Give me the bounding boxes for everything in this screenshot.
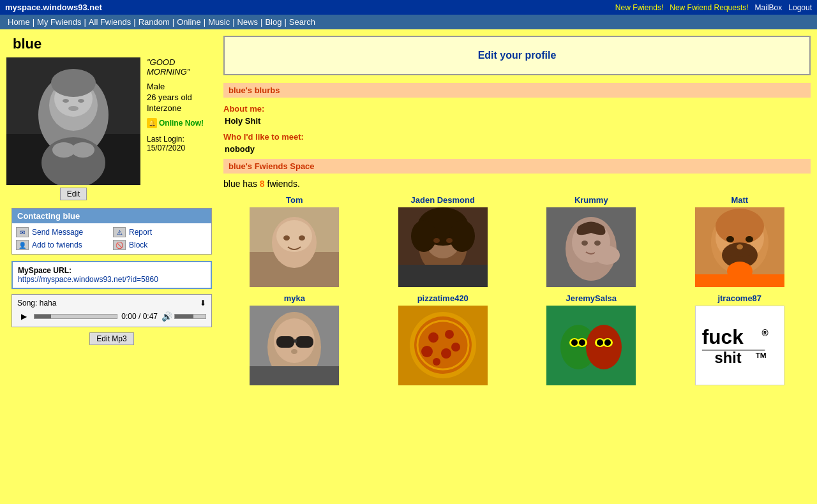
song-name: haha [40, 299, 57, 308]
nav-search[interactable]: Search [287, 17, 318, 27]
svg-point-67 [571, 339, 578, 346]
progress-fill [34, 315, 51, 318]
send-message-label: Send Message [32, 228, 83, 237]
svg-point-57 [421, 346, 433, 357]
topbar-actions: New Fwiends! New Fwiend Requests! MailBo… [615, 3, 812, 12]
fwiends-header: blue's Fwiends Space [223, 159, 811, 174]
svg-point-15 [276, 220, 312, 252]
svg-text:fuck: fuck [702, 325, 744, 348]
volume-bar[interactable] [174, 314, 206, 319]
mailbox-link[interactable]: MailBox [755, 3, 783, 12]
time-total: 0:47 [143, 312, 158, 321]
svg-point-59 [451, 343, 460, 352]
svg-point-17 [299, 235, 305, 241]
contacting-header: Contacting blue [12, 209, 211, 223]
block-icon: 🚫 [113, 240, 126, 250]
fwiend-pic-jtracome: fuck ® shit TM [695, 306, 784, 385]
navbar: Home| My Fwiends| All Fwiends| Random| O… [0, 15, 817, 29]
svg-point-71 [597, 339, 603, 346]
fwiend-name-jaden[interactable]: Jaden Desmond [411, 195, 475, 205]
svg-point-36 [716, 209, 764, 244]
svg-point-8 [68, 106, 79, 111]
svg-rect-43 [695, 274, 784, 287]
add-fwiends-item[interactable]: 👤 Add to fwiends [16, 240, 110, 250]
svg-point-50 [291, 349, 297, 354]
block-item[interactable]: 🚫 Block [113, 240, 207, 250]
logout-link[interactable]: Logout [788, 3, 812, 12]
new-fwiend-requests-link[interactable]: New Fwiend Requests! [670, 3, 748, 12]
svg-rect-51 [250, 366, 339, 385]
fwiend-name-pizza[interactable]: pizzatime420 [417, 293, 468, 303]
time-display: 0:00 / 0:47 [121, 312, 158, 321]
fwiend-pic-pizza [398, 306, 488, 385]
volume-icon[interactable]: 🔊 [161, 311, 172, 322]
svg-point-22 [411, 220, 437, 252]
message-icon: ✉ [16, 227, 29, 237]
fwiend-pic-krummy [546, 207, 636, 287]
svg-point-55 [428, 332, 438, 343]
fwiend-pic-jeremy [546, 306, 636, 385]
contact-actions: ✉ Send Message ⚠ Report 👤 Add to fwiends… [12, 223, 211, 254]
edit-mp3-button[interactable]: Edit Mp3 [89, 332, 133, 345]
nav-home[interactable]: Home [5, 17, 33, 27]
svg-point-6 [63, 99, 69, 103]
new-fwiends-link[interactable]: New Fwiends! [615, 3, 663, 12]
progress-bar[interactable] [34, 314, 117, 319]
fwiend-name-jtracome[interactable]: jtracome87 [717, 293, 761, 303]
online-status-text: Online Now! [159, 119, 204, 128]
url-box: MySpace URL: https://myspace.windows93.n… [11, 261, 212, 289]
nav-online[interactable]: Online [174, 17, 204, 27]
fwiend-name-matt[interactable]: Matt [731, 195, 748, 205]
fwiend-name-jeremy[interactable]: JeremySalsa [566, 293, 617, 303]
svg-point-72 [604, 339, 611, 346]
nav-music[interactable]: Music [206, 17, 232, 27]
nav-my-fwiends[interactable]: My Fwiends [34, 17, 84, 27]
nav-news[interactable]: News [235, 17, 261, 27]
report-item[interactable]: ⚠ Report [113, 227, 207, 237]
svg-point-64 [586, 325, 622, 369]
edit-photo-button[interactable]: Edit [60, 188, 87, 200]
edit-profile-link[interactable]: Edit your profile [478, 50, 557, 61]
profile-gender: Male [147, 82, 217, 91]
time-current: 0:00 [121, 312, 136, 321]
nav-all-fwiends[interactable]: All Fwiends [86, 17, 133, 27]
svg-point-68 [579, 339, 585, 346]
svg-point-23 [449, 220, 475, 252]
url-value: https://myspace.windows93.net/?id=5860 [18, 275, 158, 284]
svg-point-60 [433, 358, 440, 366]
block-label: Block [129, 241, 147, 249]
player-controls: ▶ 0:00 / 0:47 🔊 [17, 310, 206, 323]
profile-location: Interzone [147, 103, 217, 113]
fwiend-name-krummy[interactable]: Krummy [574, 195, 608, 205]
music-player: Song: haha ⬇ ▶ 0:00 / 0:47 🔊 [11, 294, 212, 327]
contacting-box: Contacting blue ✉ Send Message ⚠ Report … [11, 208, 212, 255]
online-icon: 🔔 [147, 118, 157, 128]
last-login-date: 15/07/2020 [147, 144, 185, 152]
send-message-item[interactable]: ✉ Send Message [16, 227, 110, 237]
profile-info: "GOOD MORNING" Male 26 years old Interzo… [147, 57, 217, 152]
profile-age: 26 years old [147, 93, 217, 102]
download-icon[interactable]: ⬇ [200, 299, 206, 308]
fwiends-count: blue has 8 fwiends. [223, 179, 811, 189]
svg-point-11 [71, 142, 94, 158]
play-button[interactable]: ▶ [17, 310, 30, 323]
fwiend-pic-matt [695, 207, 784, 287]
fwiend-name-tom[interactable]: Tom [286, 195, 303, 205]
fwiends-count-text: blue has [223, 179, 257, 189]
svg-point-40 [746, 236, 753, 242]
svg-rect-47 [276, 336, 294, 348]
nav-blog[interactable]: Blog [262, 17, 284, 27]
fwiend-name-myka[interactable]: myka [284, 293, 305, 303]
svg-point-25 [446, 238, 453, 243]
fwiend-myka: myka [223, 293, 366, 385]
svg-text:TM: TM [755, 351, 766, 360]
nav-random[interactable]: Random [136, 17, 172, 27]
profile-quote: "GOOD MORNING" [147, 57, 217, 77]
svg-point-32 [594, 246, 620, 265]
svg-point-30 [581, 241, 588, 246]
left-column: blue [6, 36, 217, 385]
add-fwiends-label: Add to fwiends [32, 241, 82, 249]
svg-text:®: ® [761, 329, 768, 338]
right-column: Edit your profile blue's blurbs About me… [223, 36, 811, 385]
edit-photo-container: Edit [6, 188, 140, 200]
